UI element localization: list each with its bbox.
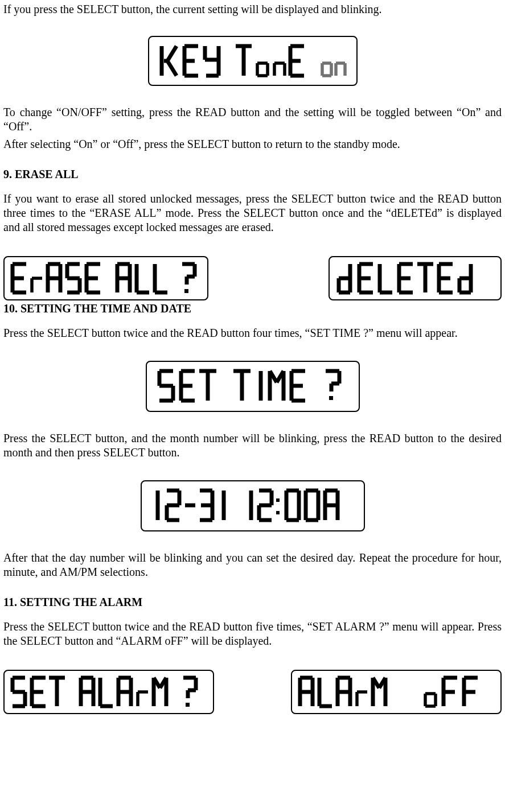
heading-set-alarm: 11. SETTING THE ALARM: [3, 595, 502, 609]
heading-erase-all: 9. ERASE ALL: [3, 167, 502, 182]
erase-all-paragraph: If you want to erase all stored unlocked…: [3, 192, 502, 234]
lcd-display-datetime: [141, 480, 365, 531]
set-time-paragraph-3: After that the day number will be blinki…: [3, 551, 502, 579]
lcd-set-time-wrap: [3, 361, 502, 412]
intro-paragraph-2: To change “ON/OFF” setting, press the RE…: [3, 105, 502, 134]
lcd-display-erase-all: [3, 256, 208, 300]
svg-rect-0: [184, 289, 188, 293]
intro-paragraph-1: If you press the SELECT button, the curr…: [3, 2, 502, 17]
lcd-key-tone-wrap: [3, 36, 502, 86]
svg-rect-1: [329, 396, 333, 400]
set-alarm-paragraph: Press the SELECT button twice and the RE…: [3, 620, 502, 648]
svg-rect-4: [186, 703, 190, 707]
lcd-display-key-tone: [148, 36, 358, 86]
intro-paragraph-3: After selecting “On” or “Off”, press the…: [3, 137, 502, 151]
lcd-row-erase: [3, 256, 502, 300]
lcd-display-set-time: [146, 361, 360, 412]
lcd-display-alarm-off: [291, 670, 502, 714]
lcd-display-deleted: [329, 256, 502, 300]
lcd-row-alarm: [3, 670, 502, 714]
set-time-paragraph-2: Press the SELECT button, and the month n…: [3, 431, 502, 460]
lcd-display-set-alarm: [3, 670, 214, 714]
set-time-paragraph-1: Press the SELECT button twice and the RE…: [3, 326, 502, 340]
heading-set-time: 10. SETTING THE TIME AND DATE: [3, 302, 502, 316]
lcd-datetime-wrap: [3, 480, 502, 531]
svg-rect-2: [276, 498, 280, 502]
svg-rect-3: [276, 511, 280, 514]
